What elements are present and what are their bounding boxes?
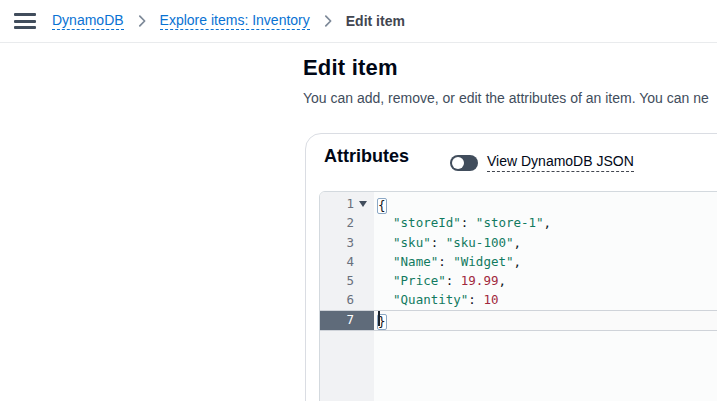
- token-str: "Price": [393, 273, 446, 288]
- fold-spacer: [354, 252, 374, 271]
- edit-item-page: { "colors": { "link_blue": "#0972d3", "b…: [0, 0, 717, 401]
- token-str: "storeId": [393, 215, 461, 230]
- view-dynamodb-json-toggle[interactable]: [450, 155, 478, 171]
- token-plain: [378, 292, 393, 307]
- token-plain: ,: [514, 254, 522, 269]
- token-str: "Widget": [453, 254, 513, 269]
- gutter-line-number[interactable]: 7: [320, 311, 374, 330]
- gutter-line-number[interactable]: 6: [320, 290, 374, 309]
- line-number: 2: [320, 213, 354, 232]
- token-num: 10: [483, 292, 498, 307]
- code-line-content[interactable]: "Quantity": 10: [374, 290, 717, 309]
- token-plain: :: [431, 235, 446, 250]
- breadcrumb-separator-icon: [135, 14, 149, 28]
- line-number: 4: [320, 252, 354, 271]
- token-num: 19.99: [461, 273, 499, 288]
- token-plain: [378, 273, 393, 288]
- gutter-line-number[interactable]: 1: [320, 194, 374, 213]
- page-description: You can add, remove, or edit the attribu…: [303, 90, 717, 106]
- token-plain: :: [446, 273, 461, 288]
- breadcrumb-item-explore-items-inventory[interactable]: Explore items: Inventory: [160, 12, 310, 30]
- token-str: "Quantity": [393, 292, 468, 307]
- text-cursor: [378, 311, 380, 326]
- token-plain: ,: [544, 215, 552, 230]
- line-number: 5: [320, 271, 354, 290]
- toggle-knob: [452, 157, 464, 169]
- json-view-toggle-row: View DynamoDB JSON: [450, 153, 634, 172]
- breadcrumb-bar: DynamoDBExplore items: InventoryEdit ite…: [0, 0, 717, 43]
- fold-spacer: [354, 290, 374, 309]
- gutter-line-number[interactable]: 4: [320, 252, 374, 271]
- json-editor[interactable]: 1{2 "storeId": "store-1",3 "sku": "sku-1…: [319, 191, 717, 401]
- editor-line-5[interactable]: 5 "Price": 19.99,: [320, 271, 717, 290]
- line-number: 7: [320, 311, 354, 330]
- token-plain: ,: [514, 235, 522, 250]
- code-line-content[interactable]: "Name": "Widget",: [374, 252, 717, 271]
- code-line-content[interactable]: "sku": "sku-100",: [374, 233, 717, 252]
- code-line-content[interactable]: "storeId": "store-1",: [374, 213, 717, 232]
- menu-icon[interactable]: [14, 13, 36, 29]
- editor-line-4[interactable]: 4 "Name": "Widget",: [320, 252, 717, 271]
- fold-spacer: [354, 311, 374, 330]
- fold-spacer: [354, 213, 374, 232]
- token-plain: ,: [498, 273, 506, 288]
- fold-spacer: [354, 271, 374, 290]
- token-str: "sku-100": [446, 235, 514, 250]
- token-plain: [378, 254, 393, 269]
- line-number: 3: [320, 233, 354, 252]
- breadcrumb-separator-icon: [321, 14, 335, 28]
- gutter-line-number[interactable]: 2: [320, 213, 374, 232]
- fold-spacer: [354, 233, 374, 252]
- token-plain: :: [461, 215, 476, 230]
- token-plain: [378, 235, 393, 250]
- editor-line-7[interactable]: 7}: [320, 310, 717, 331]
- view-dynamodb-json-label[interactable]: View DynamoDB JSON: [487, 153, 634, 172]
- line-number: 1: [320, 194, 354, 213]
- token-str: "Name": [393, 254, 438, 269]
- token-plain: :: [438, 254, 453, 269]
- code-line-content[interactable]: {: [374, 194, 717, 213]
- page-title: Edit item: [303, 55, 398, 81]
- editor-line-6[interactable]: 6 "Quantity": 10: [320, 290, 717, 309]
- gutter-line-number[interactable]: 5: [320, 271, 374, 290]
- code-line-content[interactable]: }: [374, 311, 717, 330]
- gutter-line-number[interactable]: 3: [320, 233, 374, 252]
- editor-line-3[interactable]: 3 "sku": "sku-100",: [320, 233, 717, 252]
- line-number: 6: [320, 290, 354, 309]
- editor-rows: 1{2 "storeId": "store-1",3 "sku": "sku-1…: [320, 192, 717, 331]
- breadcrumb: DynamoDBExplore items: InventoryEdit ite…: [52, 12, 405, 30]
- panel-title: Attributes: [324, 146, 409, 167]
- editor-line-2[interactable]: 2 "storeId": "store-1",: [320, 213, 717, 232]
- code-line-content[interactable]: "Price": 19.99,: [374, 271, 717, 290]
- token-bracket: {: [377, 198, 387, 214]
- fold-arrow-icon[interactable]: [354, 194, 374, 213]
- attributes-panel: Attributes View DynamoDB JSON 1{2 "store…: [305, 133, 717, 401]
- token-str: "sku": [393, 235, 431, 250]
- editor-line-1[interactable]: 1{: [320, 194, 717, 213]
- breadcrumb-item-edit-item: Edit item: [346, 13, 405, 29]
- token-plain: [378, 215, 393, 230]
- breadcrumb-item-dynamodb[interactable]: DynamoDB: [52, 12, 124, 30]
- token-str: "store-1": [476, 215, 544, 230]
- token-plain: :: [468, 292, 483, 307]
